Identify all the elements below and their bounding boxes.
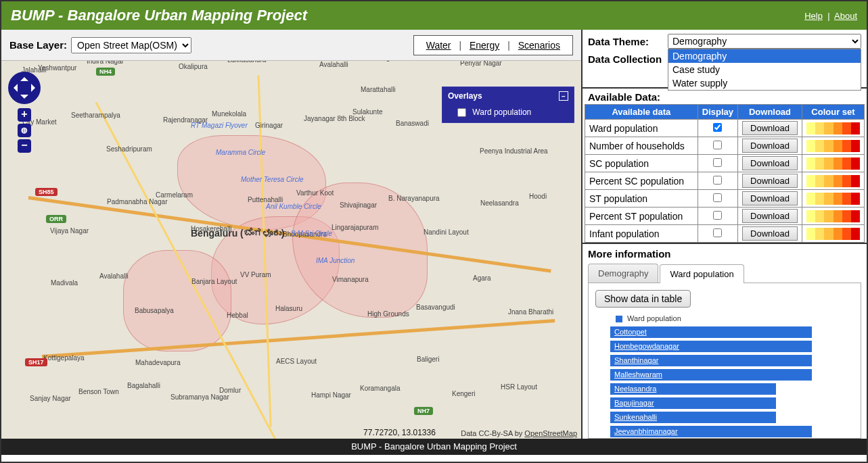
overlays-title: Overlays: [448, 91, 482, 101]
road-badge: SH85: [35, 188, 58, 196]
tab-demography[interactable]: Demography: [588, 264, 658, 283]
chart-bar[interactable]: Cottonpet: [610, 326, 812, 338]
col-download: Download: [738, 105, 802, 120]
chart-bar-row: Neelasandra: [610, 383, 840, 395]
chart-bar-row: Malleshwaram: [610, 369, 840, 381]
overlay-checkbox[interactable]: [457, 108, 466, 117]
download-button[interactable]: Download: [742, 226, 798, 241]
overlay-item[interactable]: Ward population: [457, 107, 531, 117]
pan-west-button[interactable]: [9, 84, 18, 92]
osm-link[interactable]: OpenStreetMap: [524, 429, 577, 437]
ward-population-chart: Ward population CottonpetHombegowdanagar…: [595, 314, 854, 437]
color-ramp[interactable]: [806, 175, 860, 187]
download-button[interactable]: Download: [742, 209, 798, 223]
road-badge: NH4: [96, 68, 115, 76]
about-link[interactable]: About: [834, 11, 857, 21]
display-checkbox[interactable]: [713, 228, 722, 237]
chart-bar[interactable]: Hombegowdanagar: [610, 341, 812, 352]
download-button[interactable]: Download: [742, 174, 798, 188]
color-ramp[interactable]: [806, 210, 860, 222]
download-button[interactable]: Download: [742, 156, 798, 170]
table-row: ST populationDownload: [585, 190, 865, 208]
data-theme-dropdown: Demography Case study Water supply: [668, 49, 861, 91]
chart-bar[interactable]: Neelasandra: [610, 383, 776, 395]
color-ramp[interactable]: [806, 140, 860, 152]
chart-bar[interactable]: Jeevanbhimanagar: [610, 426, 812, 437]
help-link[interactable]: Help: [804, 11, 823, 21]
display-checkbox[interactable]: [713, 176, 722, 185]
data-name-cell: Ward population: [585, 120, 698, 137]
display-checkbox[interactable]: [713, 123, 722, 132]
map-coordinates: 77.72720, 13.01336: [363, 428, 436, 437]
pan-compass: [8, 72, 41, 104]
map-theme-links: Water | Energy | Scenarios: [413, 35, 573, 55]
color-ramp[interactable]: [806, 228, 860, 240]
road-badge: NH7: [414, 407, 433, 415]
color-ramp[interactable]: [806, 122, 860, 135]
chart-bar[interactable]: Bapujinagar: [610, 397, 776, 409]
theme-option-case-study[interactable]: Case study: [668, 63, 861, 76]
chart-bar[interactable]: Malleshwaram: [610, 369, 812, 381]
energy-link[interactable]: Energy: [470, 40, 499, 51]
legend-label: Ward population: [627, 314, 681, 322]
theme-option-water-supply[interactable]: Water supply: [668, 76, 861, 90]
table-row: Ward populationDownload: [585, 120, 865, 137]
color-ramp[interactable]: [806, 157, 860, 170]
overlay-label: Ward population: [472, 107, 531, 117]
chart-bar[interactable]: Sunkenahalli: [610, 412, 776, 423]
legend-swatch-icon: [616, 316, 622, 322]
download-button[interactable]: Download: [742, 139, 798, 153]
zoom-out-button[interactable]: −: [18, 139, 31, 153]
data-theme-label: Data Theme:: [588, 36, 668, 47]
table-row: Infant populationDownload: [585, 225, 865, 243]
download-button[interactable]: Download: [742, 191, 798, 205]
data-name-cell: Infant population: [585, 225, 698, 243]
side-panel: Data Theme: Demography Demography Case s…: [583, 30, 867, 439]
map-viewport[interactable]: JalahalliNagashettyhalliBhoopasandraGoku…: [1, 61, 581, 439]
pan-north-button[interactable]: [20, 73, 28, 81]
map-nav-controls: + ◍ −: [8, 72, 41, 155]
color-ramp[interactable]: [806, 193, 860, 205]
col-available-data: Available data: [585, 105, 698, 120]
tab-ward-population[interactable]: Ward population: [660, 264, 744, 283]
data-name-cell: ST population: [585, 190, 698, 208]
chart-bar-row: Sunkenahalli: [610, 412, 840, 423]
display-checkbox[interactable]: [713, 141, 722, 149]
table-row: Percent ST populationDownload: [585, 208, 865, 225]
col-display: Display: [698, 105, 737, 120]
download-button[interactable]: Download: [742, 121, 798, 135]
data-name-cell: SC population: [585, 155, 698, 172]
map-toolbar: Base Layer: Open Street Map(OSM) Water |…: [1, 30, 581, 61]
available-data-heading: Available Data:: [583, 89, 867, 104]
scenarios-link[interactable]: Scenarios: [518, 40, 560, 51]
pan-east-button[interactable]: [31, 84, 39, 92]
map-attribution: Data CC-By-SA by OpenStreetMap: [461, 429, 577, 437]
chart-bar[interactable]: Shanthinagar: [610, 355, 812, 366]
display-checkbox[interactable]: [713, 158, 722, 167]
tab-content: Show data in table Ward population Cotto…: [588, 283, 861, 439]
zoom-world-button[interactable]: ◍: [18, 124, 31, 137]
data-theme-select[interactable]: Demography: [668, 34, 861, 49]
show-data-table-button[interactable]: Show data in table: [595, 290, 691, 308]
overlays-minimize-button[interactable]: −: [559, 91, 568, 101]
pan-south-button[interactable]: [20, 95, 28, 103]
table-row: Number of householdsDownload: [585, 137, 865, 155]
app-title: BUMP - Bangalore Urban Mapping Project: [11, 7, 307, 24]
main-area: Base Layer: Open Street Map(OSM) Water |…: [1, 30, 867, 439]
data-name-cell: Number of households: [585, 137, 698, 155]
chart-bar-row: Cottonpet: [610, 326, 840, 338]
zoom-controls: + ◍ −: [18, 108, 41, 153]
col-colour-set: Colour set: [802, 105, 865, 120]
road-badge: SH17: [25, 358, 47, 366]
header-links: Help | About: [804, 11, 857, 21]
theme-option-demography[interactable]: Demography: [668, 49, 861, 63]
zoom-in-button[interactable]: +: [18, 108, 31, 122]
data-name-cell: Percent ST population: [585, 208, 698, 225]
display-checkbox[interactable]: [713, 193, 722, 202]
app-header: BUMP - Bangalore Urban Mapping Project H…: [1, 1, 867, 30]
overlays-panel: Overlays − Ward population: [442, 87, 574, 123]
base-layer-select[interactable]: Open Street Map(OSM): [71, 37, 191, 53]
info-tabs: Demography Ward population: [588, 264, 861, 283]
water-link[interactable]: Water: [426, 40, 451, 51]
display-checkbox[interactable]: [713, 211, 722, 220]
